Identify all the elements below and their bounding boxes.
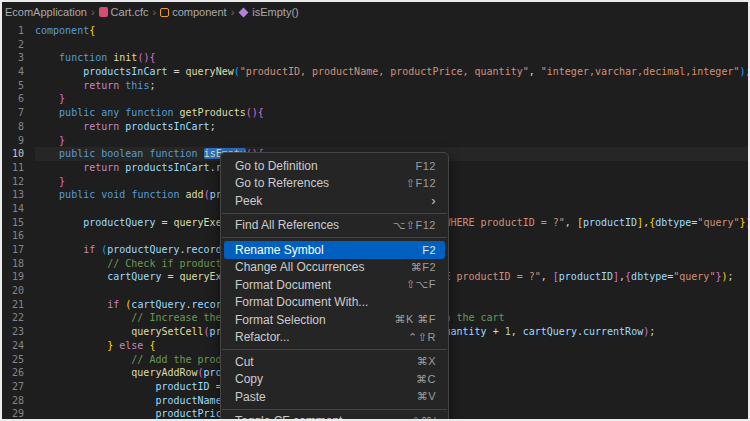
code-token <box>35 148 59 159</box>
breadcrumb-separator-icon: › <box>91 6 95 18</box>
line-number[interactable]: 6 <box>2 92 24 106</box>
breadcrumb-item[interactable]: isEmpty() <box>252 6 298 18</box>
code-token: function <box>59 52 107 63</box>
menu-item-find-all-references[interactable]: Find All References⌥⇧F12 <box>224 217 445 235</box>
line-number[interactable]: 14 <box>2 202 24 216</box>
menu-shortcut: ⌘F2 <box>411 261 436 274</box>
line-number[interactable]: 26 <box>2 366 24 380</box>
menu-item-format-document[interactable]: Format Document⇧⌥F <box>224 276 445 294</box>
menu-item-peek[interactable]: Peek› <box>224 192 445 210</box>
code-token: cartQuery <box>131 299 185 310</box>
code-token: init <box>113 52 137 63</box>
code-token: } <box>59 135 65 146</box>
line-number[interactable]: 27 <box>2 380 24 394</box>
menu-item-format-selection[interactable]: Format Selection⌘K ⌘F <box>224 311 445 329</box>
code-token <box>35 312 131 323</box>
code-token: ; <box>727 271 733 282</box>
menu-item-change-all-occurrences[interactable]: Change All Occurrences⌘F2 <box>224 259 445 277</box>
code-token: dbtype <box>631 271 667 282</box>
code-line[interactable]: productsInCart = queryNew("productID, pr… <box>35 65 748 79</box>
menu-item-copy[interactable]: Copy⌘C <box>224 371 445 389</box>
code-line[interactable]: function init(){ <box>35 51 748 65</box>
line-number[interactable]: 21 <box>2 298 24 312</box>
code-token <box>35 93 59 104</box>
code-token: else <box>119 340 143 351</box>
menu-item-paste[interactable]: Paste⌘V <box>224 388 445 406</box>
line-number[interactable]: 8 <box>2 120 24 134</box>
line-number[interactable]: 24 <box>2 339 24 353</box>
menu-shortcut: ⌘K ⌘F <box>394 313 436 326</box>
line-number[interactable]: 19 <box>2 270 24 284</box>
line-number[interactable]: 20 <box>2 284 24 298</box>
code-line[interactable]: return productsInCart; <box>35 120 748 134</box>
menu-item-refactor[interactable]: Refactor...⌃⇧R <box>224 329 445 347</box>
method-symbol-icon <box>239 7 249 17</box>
code-token: void <box>101 189 125 200</box>
code-token: productsInCart <box>83 66 167 77</box>
menu-item-go-to-definition[interactable]: Go to DefinitionF12 <box>224 157 445 175</box>
code-token: function <box>125 107 173 118</box>
menu-item-cut[interactable]: Cut⌘X <box>224 353 445 371</box>
line-number[interactable]: 29 <box>2 407 24 419</box>
breadcrumb-item[interactable]: EcomApplication <box>5 6 87 18</box>
code-token: cartQuery <box>107 271 161 282</box>
code-token <box>35 135 59 146</box>
line-number[interactable]: 10 <box>2 147 24 161</box>
menu-item-label: Go to Definition <box>235 159 318 173</box>
line-number[interactable]: 5 <box>2 79 24 93</box>
menu-item-rename-symbol[interactable]: Rename SymbolF2 <box>224 241 445 259</box>
code-token: , <box>565 217 577 228</box>
code-token <box>35 162 83 173</box>
line-number[interactable]: 23 <box>2 325 24 339</box>
line-number[interactable]: 3 <box>2 51 24 65</box>
menu-item-format-document-with[interactable]: Format Document With... <box>224 294 445 312</box>
line-number[interactable]: 9 <box>2 134 24 148</box>
gutter: 1234567891011121314151617181920212223242… <box>2 22 24 419</box>
breadcrumb: EcomApplication›Cart.cfc›component›isEmp… <box>2 2 748 22</box>
code-token: return <box>83 162 119 173</box>
line-number[interactable]: 17 <box>2 243 24 257</box>
line-number[interactable]: 16 <box>2 229 24 243</box>
code-token: = <box>167 66 185 77</box>
breadcrumb-item[interactable]: Cart.cfc <box>111 6 149 18</box>
menu-item-toggle-cf-comment[interactable]: Toggle CF comment⇧⌘/ <box>224 413 445 421</box>
menu-separator <box>222 349 447 350</box>
code-token <box>35 217 83 228</box>
line-number[interactable]: 25 <box>2 353 24 367</box>
menu-item-label: Format Document <box>235 278 331 292</box>
code-token: currentRow <box>583 326 643 337</box>
code-token <box>35 340 107 351</box>
code-line[interactable]: public any function getProducts(){ <box>35 106 748 120</box>
line-number[interactable]: 12 <box>2 175 24 189</box>
menu-item-go-to-references[interactable]: Go to References⇧F12 <box>224 175 445 193</box>
code-token: ) <box>746 217 748 228</box>
code-line[interactable]: component{ <box>35 24 748 38</box>
line-number[interactable]: 11 <box>2 161 24 175</box>
line-number[interactable]: 4 <box>2 65 24 79</box>
line-number[interactable]: 22 <box>2 311 24 325</box>
code-token: ; <box>745 66 748 77</box>
code-token: public <box>59 189 95 200</box>
code-token <box>35 66 83 77</box>
menu-item-label: Refactor... <box>235 330 290 344</box>
code-token: if <box>107 299 119 310</box>
code-token: , <box>541 271 553 282</box>
menu-shortcut: ⌘X <box>417 355 436 368</box>
line-number[interactable]: 1 <box>2 24 24 38</box>
code-line[interactable]: return this; <box>35 79 748 93</box>
code-token: = <box>155 217 173 228</box>
line-number[interactable]: 18 <box>2 257 24 271</box>
code-line[interactable]: } <box>35 134 748 148</box>
code-token: productID <box>559 271 613 282</box>
line-number[interactable]: 28 <box>2 394 24 408</box>
line-number[interactable]: 15 <box>2 216 24 230</box>
code-line[interactable] <box>35 38 748 52</box>
code-token <box>35 244 83 255</box>
line-number[interactable]: 13 <box>2 188 24 202</box>
breadcrumb-item[interactable]: component <box>172 6 226 18</box>
line-number[interactable]: 7 <box>2 106 24 120</box>
line-number[interactable]: 2 <box>2 38 24 52</box>
code-line[interactable]: } <box>35 92 748 106</box>
code-token <box>35 80 83 91</box>
menu-item-label: Change All Occurrences <box>235 260 364 274</box>
